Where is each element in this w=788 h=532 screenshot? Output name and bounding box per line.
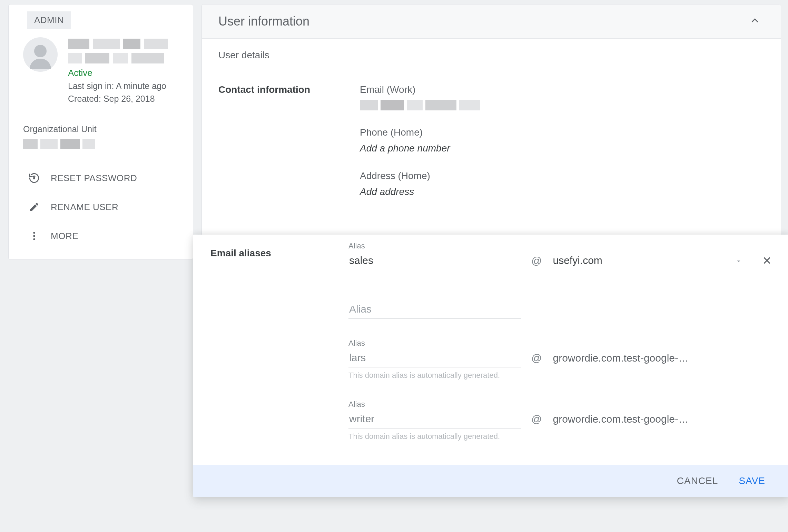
- reset-password-label: RESET PASSWORD: [51, 173, 137, 184]
- close-icon: [762, 257, 772, 268]
- admin-badge: ADMIN: [27, 11, 71, 29]
- created-date: Created: Sep 26, 2018: [68, 94, 179, 104]
- email-aliases-title: Email aliases: [210, 242, 348, 259]
- phone-home-label: Phone (Home): [360, 127, 764, 138]
- add-phone-number[interactable]: Add a phone number: [360, 143, 764, 154]
- at-symbol: @: [531, 255, 542, 270]
- address-home-label: Address (Home): [360, 170, 764, 181]
- save-button[interactable]: SAVE: [739, 475, 765, 486]
- alias-field-label: Alias: [348, 339, 521, 348]
- svg-point-1: [33, 232, 35, 234]
- alias-input[interactable]: [348, 301, 521, 319]
- reset-password-icon: [27, 171, 41, 185]
- more-label: MORE: [51, 231, 78, 242]
- alias-row: Alias @ usefyi.com: [348, 242, 772, 270]
- email-work-label: Email (Work): [360, 84, 764, 95]
- alias-row: [348, 290, 772, 319]
- alias-input[interactable]: [348, 350, 521, 367]
- cancel-button[interactable]: CANCEL: [677, 475, 718, 486]
- panel-header[interactable]: User information: [202, 4, 781, 39]
- svg-point-2: [33, 235, 35, 237]
- domain-select[interactable]: usefyi.com: [552, 253, 744, 270]
- alias-field-label: Alias: [348, 400, 521, 409]
- status-badge: Active: [68, 68, 179, 78]
- alias-input[interactable]: [348, 253, 521, 270]
- user-sidebar: ADMIN: [8, 4, 193, 260]
- at-symbol: @: [531, 413, 542, 428]
- redacted-email: [360, 100, 764, 110]
- user-details-heading: User details: [218, 50, 764, 61]
- domain-text: growordie.com.test-google-…: [553, 413, 689, 425]
- more-action[interactable]: MORE: [9, 221, 193, 250]
- pencil-icon: [27, 200, 41, 214]
- alias-field-label: Alias: [348, 242, 521, 250]
- reset-password-action[interactable]: RESET PASSWORD: [9, 164, 193, 193]
- svg-point-3: [33, 238, 35, 240]
- domain-text: growordie.com.test-google-…: [553, 352, 689, 364]
- remove-alias-button[interactable]: [762, 255, 772, 270]
- chevron-up-icon: [750, 15, 760, 28]
- alias-row: Alias @ growordie.com.test-google-…: [348, 339, 772, 367]
- alias-row: Alias @ growordie.com.test-google-…: [348, 400, 772, 428]
- domain-text: usefyi.com: [553, 255, 602, 266]
- user-information-panel: User information User details Contact in…: [201, 4, 781, 242]
- caret-down-icon: [735, 257, 742, 264]
- svg-rect-0: [33, 177, 35, 179]
- at-symbol: @: [531, 352, 542, 367]
- more-vert-icon: [27, 229, 41, 243]
- panel-title: User information: [218, 14, 309, 29]
- org-unit-label: Organizational Unit: [23, 124, 179, 134]
- autogen-note: This domain alias is automatically gener…: [348, 432, 772, 441]
- contact-information-heading: Contact information: [218, 84, 349, 95]
- last-sign-in: Last sign in: A minute ago: [68, 81, 179, 91]
- rename-user-action[interactable]: RENAME USER: [9, 193, 193, 221]
- rename-user-label: RENAME USER: [51, 202, 118, 213]
- email-aliases-dialog: Email aliases Alias @: [193, 235, 788, 497]
- autogen-note: This domain alias is automatically gener…: [348, 371, 772, 380]
- alias-input[interactable]: [348, 411, 521, 428]
- avatar: [23, 37, 58, 72]
- redacted-org-unit: [23, 139, 179, 149]
- add-address[interactable]: Add address: [360, 186, 764, 197]
- redacted-user-name: [68, 37, 179, 63]
